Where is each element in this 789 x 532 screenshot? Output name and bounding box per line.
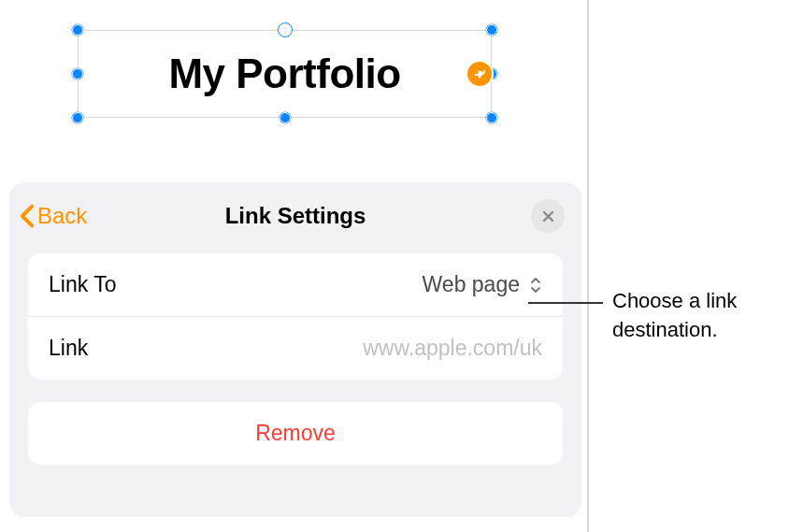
- link-url-row[interactable]: Link www.apple.com/uk: [28, 316, 563, 380]
- resize-handle-bm[interactable]: [280, 112, 291, 123]
- panel-title: Link Settings: [9, 203, 581, 229]
- callout-leader-line: [528, 302, 603, 304]
- resize-handle-tr[interactable]: [486, 24, 497, 36]
- link-to-value: Web page: [423, 272, 520, 297]
- callout-text: Choose a link destination.: [612, 287, 781, 345]
- editor-pane: My Portfolio: [0, 0, 589, 532]
- resize-handle-br[interactable]: [486, 112, 497, 123]
- selection-bounds: [78, 30, 492, 118]
- link-to-value-wrap: Web page: [423, 272, 542, 297]
- panel-header: Back Link Settings: [9, 199, 581, 237]
- resize-handle-bl[interactable]: [72, 112, 83, 123]
- link-url-label: Link: [49, 336, 88, 361]
- resize-handle-ml[interactable]: [72, 68, 83, 79]
- link-settings-panel: Back Link Settings Link To Web page: [9, 182, 581, 517]
- settings-group: Link To Web page Link www.apple.com/uk: [28, 253, 563, 380]
- link-to-row[interactable]: Link To Web page: [28, 253, 563, 316]
- remove-group: Remove: [28, 402, 563, 465]
- close-button[interactable]: [531, 199, 565, 233]
- remove-button[interactable]: Remove: [28, 402, 563, 465]
- link-to-label: Link To: [49, 272, 116, 297]
- resize-handle-tl[interactable]: [72, 24, 83, 36]
- selected-text-box[interactable]: My Portfolio: [78, 30, 492, 118]
- link-indicator-icon[interactable]: [466, 60, 494, 88]
- rotate-handle[interactable]: [278, 22, 293, 37]
- chevron-up-down-icon: [529, 275, 542, 295]
- link-url-value[interactable]: www.apple.com/uk: [363, 336, 542, 361]
